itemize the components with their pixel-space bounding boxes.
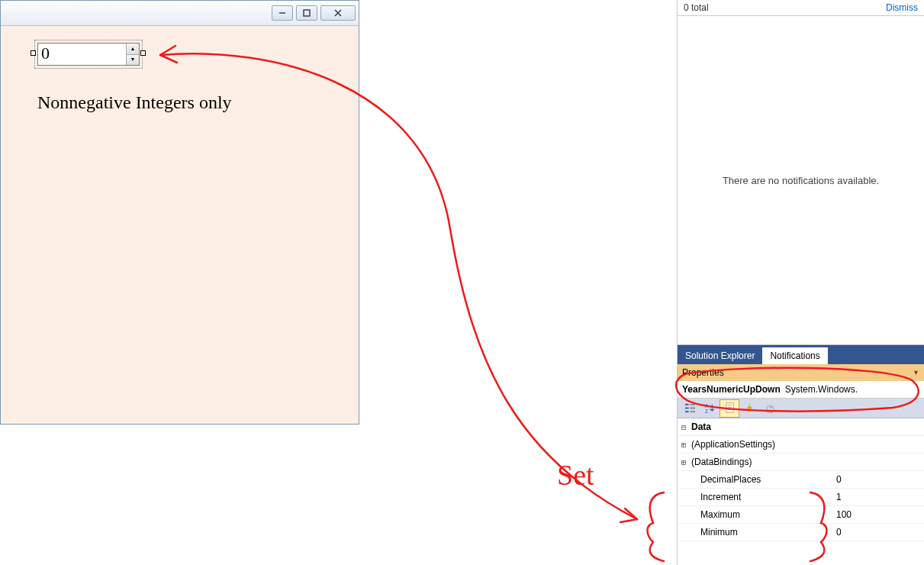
svg-text:A: A xyxy=(704,403,708,408)
years-numeric-updown[interactable]: 0 ▲ ▼ xyxy=(37,43,140,66)
expand-icon[interactable]: ⊞ xyxy=(678,458,690,467)
events-icon[interactable] xyxy=(739,399,759,418)
svg-rect-7 xyxy=(690,404,695,405)
numeric-value[interactable]: 0 xyxy=(38,44,126,65)
collapse-icon[interactable]: ⊟ xyxy=(678,423,690,431)
property-decimal-places[interactable]: . DecimalPlaces 0 xyxy=(678,471,924,489)
panel-tabstrip: Solution Explorer Notifications xyxy=(678,345,924,364)
notifications-empty-text: There are no notifications available. xyxy=(723,175,879,186)
spinner-up-icon[interactable]: ▲ xyxy=(127,44,139,55)
property-value[interactable]: 100 xyxy=(832,509,924,520)
property-value[interactable]: 0 xyxy=(832,527,924,538)
minimize-button[interactable] xyxy=(272,5,293,21)
annotation-set-text: Set xyxy=(557,459,594,491)
svg-rect-9 xyxy=(690,411,695,412)
properties-object-name: YearsNumericUpDown xyxy=(682,384,781,395)
svg-rect-6 xyxy=(684,411,688,412)
categorized-icon[interactable] xyxy=(680,399,700,418)
notifications-empty-area: There are no notifications available. xyxy=(678,16,924,345)
form-titlebar xyxy=(1,1,359,26)
property-data-bindings[interactable]: ⊞ (DataBindings) xyxy=(678,454,924,471)
alphabetical-icon[interactable]: AZ xyxy=(700,399,720,418)
tab-solution-explorer[interactable]: Solution Explorer xyxy=(678,347,762,364)
designer-form-window: 0 ▲ ▼ Nonnegative Integers only xyxy=(0,0,359,425)
tab-notifications[interactable]: Notifications xyxy=(762,347,827,364)
spinner-down-icon[interactable]: ▼ xyxy=(127,55,139,66)
right-panel-container: 0 total Dismiss There are no notificatio… xyxy=(677,0,924,565)
expand-icon[interactable]: ⊞ xyxy=(678,441,690,449)
svg-text:Z: Z xyxy=(704,408,707,414)
properties-object-type: System.Windows. xyxy=(785,384,858,395)
notifications-dismiss-link[interactable]: Dismiss xyxy=(886,2,918,13)
resize-handle-left[interactable] xyxy=(31,50,36,56)
property-maximum[interactable]: . Maximum 100 xyxy=(678,506,924,524)
notifications-total: 0 total xyxy=(684,2,709,13)
notifications-summary-bar: 0 total Dismiss xyxy=(678,0,924,16)
nonnegative-label: Nonnegative Integers only xyxy=(37,92,232,113)
property-application-settings[interactable]: ⊞ (ApplicationSettings) xyxy=(678,436,924,454)
close-button[interactable] xyxy=(320,5,356,21)
svg-rect-5 xyxy=(684,408,688,409)
resize-handle-right[interactable] xyxy=(140,50,146,56)
property-pages-icon[interactable] xyxy=(759,399,779,418)
svg-rect-1 xyxy=(304,10,310,16)
numeric-spinner[interactable]: ▲ ▼ xyxy=(126,44,139,65)
svg-rect-8 xyxy=(690,408,695,409)
properties-object-selector[interactable]: YearsNumericUpDown System.Windows. xyxy=(678,381,924,399)
maximize-button[interactable] xyxy=(296,5,317,21)
properties-grid[interactable]: ⊟ Data ⊞ (ApplicationSettings) ⊞ (DataBi… xyxy=(678,418,924,565)
property-minimum[interactable]: . Minimum 0 xyxy=(678,524,924,541)
property-category-data[interactable]: ⊟ Data xyxy=(678,418,924,436)
svg-rect-4 xyxy=(684,404,688,405)
property-value[interactable]: 0 xyxy=(832,474,924,485)
properties-toolbar: AZ xyxy=(678,399,924,418)
properties-panel-title: Properties xyxy=(682,367,724,378)
property-value[interactable]: 1 xyxy=(832,492,924,502)
properties-dropdown-icon[interactable]: ▼ xyxy=(913,369,919,376)
properties-panel-header[interactable]: Properties ▼ xyxy=(678,364,924,381)
properties-icon[interactable] xyxy=(720,399,739,418)
property-increment[interactable]: . Increment 1 xyxy=(678,489,924,506)
